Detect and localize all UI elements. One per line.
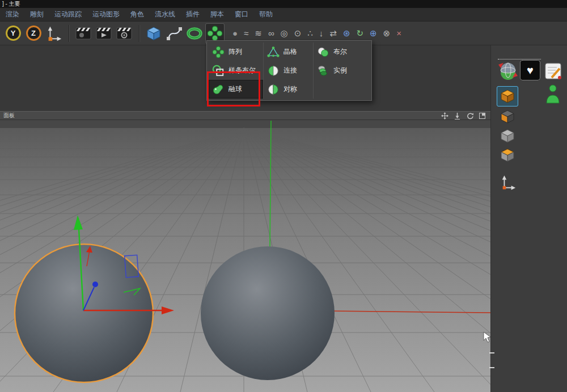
- axis-mode-button[interactable]: [499, 173, 517, 191]
- menu-item-spline-boole[interactable]: 样条布尔: [209, 61, 263, 80]
- array-icon: [212, 46, 225, 58]
- wave-icon[interactable]: ≈: [244, 29, 248, 37]
- menu-mograph[interactable]: 运动图形: [92, 10, 120, 19]
- dark-orange-cube-icon: [500, 109, 515, 125]
- cube-mode-button-4[interactable]: [498, 146, 517, 164]
- y-axis-label: Y: [11, 29, 16, 37]
- menu-sculpt[interactable]: 雕刻: [30, 10, 44, 19]
- generators-dropdown-menu: 阵列 晶格 布尔 样条布尔: [206, 40, 372, 101]
- cube-object-button-selected[interactable]: [497, 86, 518, 106]
- y-axis-lock-button[interactable]: Y: [3, 23, 23, 44]
- rotate-view-icon[interactable]: [466, 112, 473, 120]
- add-cube-button[interactable]: [144, 23, 163, 44]
- viewport-header: 面板: [0, 111, 490, 120]
- menu-empty-cell: [313, 80, 370, 99]
- axis-icon: [45, 25, 62, 42]
- sphere-object-left-selected[interactable]: [15, 244, 153, 382]
- instance-icon: [317, 65, 329, 77]
- turbulence-icon[interactable]: ⊗: [383, 29, 391, 37]
- menu-item-label: 布尔: [333, 47, 347, 57]
- window-title: ] - 主要: [2, 1, 20, 7]
- clapper-gear-icon: [116, 26, 133, 41]
- menu-item-boole[interactable]: 布尔: [313, 42, 370, 61]
- menu-help[interactable]: 帮助: [259, 10, 273, 19]
- zoom-view-icon[interactable]: [454, 112, 461, 120]
- menu-item-label: 样条布尔: [229, 66, 256, 75]
- circle-icon[interactable]: ⊙: [294, 29, 302, 37]
- heart-icon: ♥: [527, 64, 534, 77]
- render-settings-button[interactable]: [115, 23, 134, 44]
- render-view-button[interactable]: [74, 23, 93, 44]
- spline-icon: [166, 25, 183, 41]
- menu-window[interactable]: 窗口: [235, 10, 248, 19]
- coordinate-system-button[interactable]: [44, 23, 64, 44]
- content-browser-button[interactable]: ♥: [521, 61, 540, 80]
- gizmo-z-handle[interactable]: [92, 282, 98, 287]
- spline-pen-button[interactable]: [164, 23, 184, 44]
- application-window: ] - 主要 渲染 雕刻 运动跟踪 运动图形 角色 流水线 插件 脚本 窗口 帮…: [0, 0, 567, 392]
- gravity-icon[interactable]: ↓: [319, 29, 324, 37]
- deflector-icon[interactable]: ⇄: [329, 29, 337, 37]
- rings-icon[interactable]: ◎: [281, 29, 288, 37]
- sphere-icon[interactable]: ●: [232, 29, 238, 37]
- cube-icon: [145, 25, 162, 41]
- menu-item-lattice[interactable]: 晶格: [263, 42, 313, 61]
- menu-character[interactable]: 角色: [130, 10, 144, 19]
- boole-icon: [317, 46, 329, 58]
- subdivision-surface-button[interactable]: [185, 23, 204, 44]
- spline-wave-icon[interactable]: ≋: [255, 29, 262, 37]
- destructor-icon[interactable]: ×: [396, 29, 401, 37]
- menu-item-metaball[interactable]: 融球: [209, 80, 263, 99]
- menu-item-label: 连接: [284, 66, 297, 75]
- connect-icon: [267, 65, 280, 77]
- menu-script[interactable]: 脚本: [210, 10, 224, 19]
- menu-pipeline[interactable]: 流水线: [155, 10, 175, 19]
- rotator-icon[interactable]: ↻: [356, 29, 363, 37]
- hud-mark: [489, 352, 494, 353]
- menu-item-array[interactable]: 阵列: [209, 42, 263, 61]
- menu-item-instance[interactable]: 实例: [313, 61, 370, 80]
- pan-view-icon[interactable]: [441, 112, 448, 120]
- axis-gizmo-icon: [500, 174, 517, 191]
- toolbar-separator: [69, 25, 70, 42]
- menu-item-label: 融球: [229, 84, 242, 94]
- clapper-plus-icon: [95, 26, 112, 41]
- lattice-icon: [267, 46, 280, 58]
- cube-mode-button-3[interactable]: [498, 127, 517, 145]
- sphere-object-right[interactable]: [201, 246, 335, 380]
- menu-motion-track[interactable]: 运动跟踪: [54, 10, 82, 19]
- menu-render[interactable]: 渲染: [6, 10, 19, 19]
- symmetry-icon: [267, 83, 280, 96]
- menu-bar: 渲染 雕刻 运动跟踪 运动图形 角色 流水线 插件 脚本 窗口 帮助: [0, 8, 567, 22]
- z-axis-lock-button[interactable]: Z: [24, 23, 43, 44]
- menu-item-symmetry[interactable]: 对称: [263, 80, 313, 99]
- menu-item-label: 实例: [333, 66, 347, 75]
- cube-mode-button-2[interactable]: [498, 108, 517, 126]
- metaball-icon: [212, 83, 225, 96]
- title-bar: ] - 主要: [0, 0, 567, 8]
- render-picture-viewer-button[interactable]: [94, 23, 113, 44]
- viewport-3d[interactable]: [0, 120, 490, 392]
- array-flower-icon: [206, 25, 223, 41]
- chain-icon[interactable]: ∞: [268, 29, 274, 37]
- notepad-pencil-icon: [544, 62, 562, 80]
- green-torus-icon: [185, 25, 204, 41]
- orange-cube-icon: [500, 88, 515, 104]
- person-icon: [544, 84, 561, 104]
- character-object-button[interactable]: [544, 84, 561, 104]
- snowflake-icon[interactable]: ⊛: [343, 29, 350, 37]
- menu-item-label: 阵列: [229, 47, 242, 57]
- particles-icon[interactable]: ∴: [307, 29, 313, 37]
- secondary-toolbar-icons: ●≈≋∞◎⊙∴↓⇄⊛↻⊕⊗×: [232, 29, 401, 37]
- spline-boole-icon: [212, 65, 225, 77]
- hud-mark: [489, 367, 494, 368]
- orange-top-cube-icon: [500, 147, 515, 163]
- menu-plugins[interactable]: 插件: [186, 10, 200, 19]
- notes-button[interactable]: [543, 62, 564, 81]
- toggle-view-icon[interactable]: [479, 112, 486, 120]
- gray-cube-icon: [500, 128, 515, 144]
- attractor-icon[interactable]: ⊕: [370, 29, 377, 37]
- material-globe-button[interactable]: [498, 61, 518, 80]
- menu-item-connect[interactable]: 连接: [263, 61, 313, 80]
- mouse-cursor: [483, 331, 492, 343]
